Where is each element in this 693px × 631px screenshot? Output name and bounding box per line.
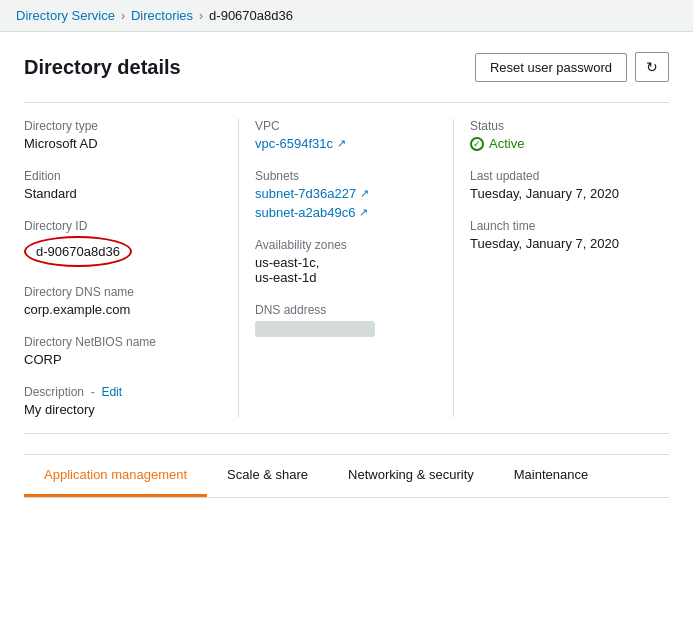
subnet2-external-link-icon: ↗ (359, 206, 368, 219)
dns-name-item: Directory DNS name corp.example.com (24, 285, 222, 317)
tab-application-management[interactable]: Application management (24, 455, 207, 497)
refresh-button[interactable]: ↻ (635, 52, 669, 82)
directory-id-item: Directory ID d-90670a8d36 (24, 219, 222, 267)
status-label: Status (470, 119, 653, 133)
directory-type-label: Directory type (24, 119, 222, 133)
reset-user-password-button[interactable]: Reset user password (475, 53, 627, 82)
last-updated-value: Tuesday, January 7, 2020 (470, 186, 653, 201)
vpc-link[interactable]: vpc-6594f31c ↗ (255, 136, 437, 151)
directory-id-label: Directory ID (24, 219, 222, 233)
az-label: Availability zones (255, 238, 437, 252)
subnet2-link[interactable]: subnet-a2ab49c6 ↗ (255, 205, 437, 220)
refresh-icon: ↻ (646, 59, 658, 75)
netbios-item: Directory NetBIOS name CORP (24, 335, 222, 367)
edition-label: Edition (24, 169, 222, 183)
az-item: Availability zones us-east-1c,us-east-1d (255, 238, 437, 285)
tab-networking-security[interactable]: Networking & security (328, 455, 494, 497)
netbios-value: CORP (24, 352, 222, 367)
directory-id-value: d-90670a8d36 (36, 244, 120, 259)
dns-addr-label: DNS address (255, 303, 437, 317)
tab-scale-share[interactable]: Scale & share (207, 455, 328, 497)
directory-type-item: Directory type Microsoft AD (24, 119, 222, 151)
tabs-container: Application management Scale & share Net… (24, 454, 669, 498)
tabs: Application management Scale & share Net… (24, 455, 669, 498)
last-updated-label: Last updated (470, 169, 653, 183)
dns-name-value: corp.example.com (24, 302, 222, 317)
directory-type-value: Microsoft AD (24, 136, 222, 151)
launch-time-value: Tuesday, January 7, 2020 (470, 236, 653, 251)
status-value: Active (489, 136, 524, 151)
description-edit-link[interactable]: Edit (101, 385, 122, 399)
header-actions: Reset user password ↻ (475, 52, 669, 82)
breadcrumb: Directory Service › Directories › d-9067… (0, 0, 693, 32)
launch-time-label: Launch time (470, 219, 653, 233)
main-content: Directory details Reset user password ↻ … (0, 32, 693, 498)
subnets-list: subnet-7d36a227 ↗ subnet-a2ab49c6 ↗ (255, 186, 437, 220)
subnets-label: Subnets (255, 169, 437, 183)
description-value: My directory (24, 402, 222, 417)
description-item: Description - Edit My directory (24, 385, 222, 417)
subnets-item: Subnets subnet-7d36a227 ↗ subnet-a2ab49c… (255, 169, 437, 220)
header-row: Directory details Reset user password ↻ (24, 52, 669, 82)
az-value: us-east-1c,us-east-1d (255, 255, 437, 285)
subnet1-link[interactable]: subnet-7d36a227 ↗ (255, 186, 437, 201)
vpc-external-link-icon: ↗ (337, 137, 346, 150)
breadcrumb-directories[interactable]: Directories (131, 8, 193, 23)
status-item: Status ✓ Active (470, 119, 653, 151)
vpc-label: VPC (255, 119, 437, 133)
netbios-label: Directory NetBIOS name (24, 335, 222, 349)
edition-item: Edition Standard (24, 169, 222, 201)
details-col-1: Directory type Microsoft AD Edition Stan… (24, 119, 239, 417)
breadcrumb-service[interactable]: Directory Service (16, 8, 115, 23)
dns-name-label: Directory DNS name (24, 285, 222, 299)
last-updated-item: Last updated Tuesday, January 7, 2020 (470, 169, 653, 201)
details-col-2: VPC vpc-6594f31c ↗ Subnets subnet-7d36a2… (239, 119, 454, 417)
breadcrumb-current: d-90670a8d36 (209, 8, 293, 23)
details-grid: Directory type Microsoft AD Edition Stan… (24, 102, 669, 434)
dns-addr-item: DNS address (255, 303, 437, 337)
tab-maintenance[interactable]: Maintenance (494, 455, 608, 497)
launch-time-item: Launch time Tuesday, January 7, 2020 (470, 219, 653, 251)
vpc-item: VPC vpc-6594f31c ↗ (255, 119, 437, 151)
description-label: Description - Edit (24, 385, 222, 399)
breadcrumb-sep-2: › (199, 9, 203, 23)
status-check-icon: ✓ (470, 137, 484, 151)
dns-address-value (255, 321, 375, 337)
subnet1-external-link-icon: ↗ (360, 187, 369, 200)
directory-id-circle: d-90670a8d36 (24, 236, 132, 267)
breadcrumb-sep-1: › (121, 9, 125, 23)
status-badge: ✓ Active (470, 136, 653, 151)
edition-value: Standard (24, 186, 222, 201)
page-title: Directory details (24, 56, 181, 79)
details-col-3: Status ✓ Active Last updated Tuesday, Ja… (454, 119, 669, 417)
